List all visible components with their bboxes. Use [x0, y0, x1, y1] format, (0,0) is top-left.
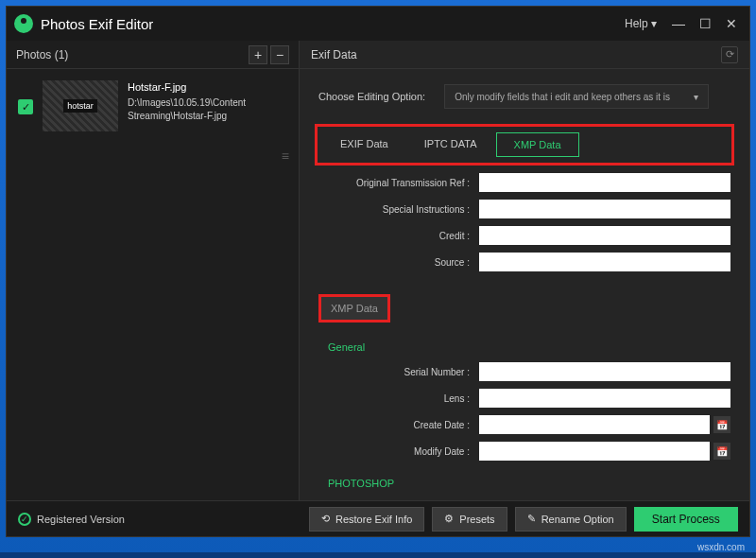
registered-status: ✓ Registered Version	[18, 513, 301, 526]
app-logo-icon	[14, 14, 33, 33]
start-process-button[interactable]: Start Process	[634, 507, 738, 532]
source-input[interactable]	[479, 253, 730, 271]
photos-header: Photos (1) + −	[7, 41, 299, 69]
restore-exif-button[interactable]: ⟲Restore Exif Info	[309, 507, 424, 532]
tab-exif[interactable]: EXIF Data	[323, 132, 405, 157]
data-tabs: EXIF Data IPTC DATA XMP Data	[323, 132, 726, 157]
create-date-input[interactable]	[479, 415, 710, 434]
field-row: Modify Date :📅	[318, 442, 730, 461]
app-title: Photos Exif Editor	[41, 16, 625, 32]
exif-panel: Exif Data ⟳ Choose Editing Option: Only …	[300, 41, 749, 500]
exif-header: Exif Data ⟳	[300, 41, 749, 69]
watermark: wsxdn.com	[697, 542, 745, 552]
remove-photo-button[interactable]: −	[270, 45, 289, 64]
lens-input[interactable]	[479, 389, 730, 408]
content-area: Photos (1) + − ✓ hotstar Hotstar-F.jpg D…	[7, 41, 749, 500]
photo-info: Hotstar-F.jpg D:\Images\10.05.19\Content…	[128, 80, 287, 123]
calendar-icon[interactable]: 📅	[713, 443, 730, 460]
tab-xmp[interactable]: XMP Data	[496, 132, 579, 157]
general-subheader: General	[328, 341, 730, 353]
menu-icon[interactable]: ≡	[282, 148, 289, 164]
presets-icon: ⚙	[444, 513, 454, 525]
chevron-down-icon: ▾	[694, 92, 698, 102]
field-row: Original Transmission Ref :	[318, 173, 730, 192]
taskbar	[0, 552, 756, 558]
titlebar: Photos Exif Editor Help ▾ — ☐ ✕	[7, 7, 749, 41]
photo-thumbnail: hotstar	[43, 80, 118, 131]
check-icon: ✓	[18, 513, 31, 526]
minimize-button[interactable]: —	[668, 13, 689, 34]
rename-option-button[interactable]: ✎Rename Option	[515, 507, 627, 532]
serial-number-input[interactable]	[479, 362, 730, 381]
special-instructions-input[interactable]	[479, 200, 730, 218]
presets-button[interactable]: ⚙Presets	[432, 507, 507, 532]
xmp-section-header: XMP Data	[318, 294, 390, 323]
refresh-button[interactable]: ⟳	[721, 46, 738, 63]
modify-date-input[interactable]	[479, 442, 710, 461]
field-row: Special Instructions :	[318, 200, 730, 218]
photoshop-subheader: PHOTOSHOP	[328, 478, 730, 489]
tab-iptc[interactable]: IPTC DATA	[407, 132, 494, 157]
app-window: Photos Exif Editor Help ▾ — ☐ ✕ Photos (…	[6, 6, 750, 537]
field-row: Credit :	[318, 226, 730, 245]
calendar-icon[interactable]: 📅	[713, 416, 730, 433]
footer: ✓ Registered Version ⟲Restore Exif Info …	[7, 500, 749, 536]
field-row: Lens :	[318, 389, 730, 408]
pencil-icon: ✎	[527, 513, 536, 525]
credit-input[interactable]	[479, 226, 730, 245]
editing-option-dropdown[interactable]: Only modify fields that i edit and keep …	[444, 84, 709, 109]
help-menu[interactable]: Help ▾	[625, 17, 657, 30]
editing-option-row: Choose Editing Option: Only modify field…	[300, 69, 749, 120]
restore-icon: ⟲	[321, 513, 330, 525]
field-row: Serial Number :	[318, 362, 730, 381]
close-button[interactable]: ✕	[721, 13, 742, 34]
photo-list-item[interactable]: ✓ hotstar Hotstar-F.jpg D:\Images\10.05.…	[7, 69, 299, 143]
tabs-highlight: EXIF Data IPTC DATA XMP Data	[315, 124, 734, 166]
form-area: Original Transmission Ref : Special Inst…	[300, 173, 749, 500]
editing-option-label: Choose Editing Option:	[318, 91, 425, 102]
field-row: Source :	[318, 253, 730, 271]
photos-panel: Photos (1) + − ✓ hotstar Hotstar-F.jpg D…	[7, 41, 300, 500]
photo-checkbox[interactable]: ✓	[18, 99, 33, 114]
transmission-ref-input[interactable]	[479, 173, 730, 192]
add-photo-button[interactable]: +	[249, 45, 267, 64]
maximize-button[interactable]: ☐	[695, 13, 715, 34]
field-row: Create Date :📅	[318, 415, 730, 434]
